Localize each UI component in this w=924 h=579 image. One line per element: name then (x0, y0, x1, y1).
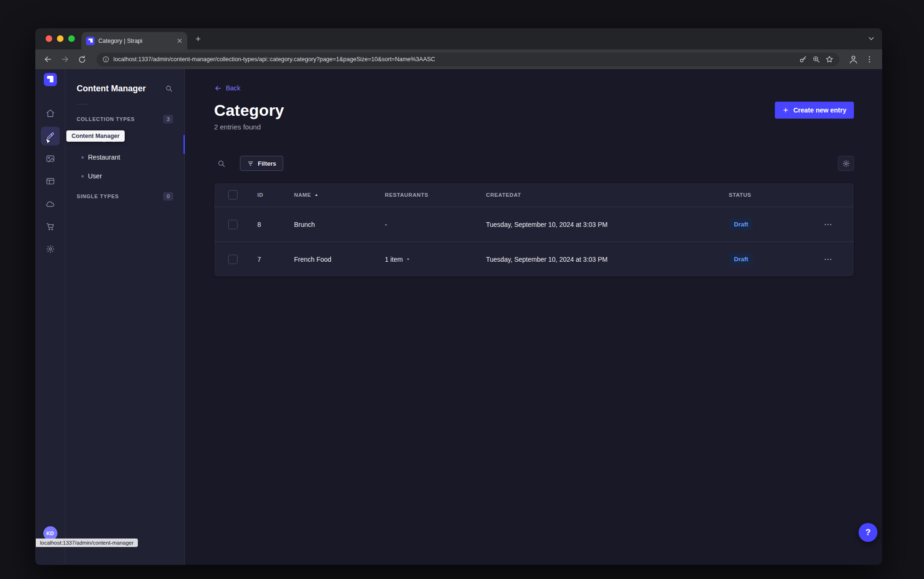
row-actions-icon[interactable] (802, 255, 854, 264)
maximize-window-button[interactable] (68, 35, 75, 42)
cell-restaurants: - (385, 221, 486, 228)
bullet-icon (81, 175, 84, 177)
entries-table: ID NAME RESTAURANTS CREATEDAT STATUS 8 B… (214, 183, 854, 276)
mouse-cursor (44, 137, 53, 146)
header-id[interactable]: ID (257, 192, 294, 198)
header-status[interactable]: STATUS (729, 192, 802, 198)
sidebar-item-label: Restaurant (88, 153, 120, 161)
sidebar-item-user[interactable]: User (65, 167, 184, 185)
bullet-icon (81, 156, 84, 159)
status-badge: Draft (729, 253, 753, 265)
single-types-count-badge: 0 (163, 192, 173, 201)
table-header-row: ID NAME RESTAURANTS CREATEDAT STATUS (214, 183, 854, 207)
subnav-divider (77, 104, 88, 105)
close-window-button[interactable] (46, 35, 52, 42)
cell-id: 7 (257, 256, 294, 263)
browser-toolbar: localhost:1337/admin/content-manager/col… (35, 49, 882, 69)
browser-window: Category | Strapi ✕ + localhost:1337/adm… (35, 28, 882, 565)
zoom-icon[interactable] (812, 55, 820, 64)
filter-icon (247, 160, 254, 167)
sidebar-item-label: User (88, 172, 102, 180)
bookmark-star-icon[interactable] (825, 55, 834, 64)
header-createdat[interactable]: CREATEDAT (486, 192, 729, 198)
traffic-lights (46, 35, 75, 42)
create-new-entry-button[interactable]: Create new entry (775, 102, 854, 119)
plus-icon (782, 107, 789, 113)
content-manager-subnav: Content Manager COLLECTION TYPES 3 Categ… (65, 69, 185, 565)
browser-tab[interactable]: Category | Strapi ✕ (81, 32, 187, 49)
tab-close-icon[interactable]: ✕ (176, 37, 183, 44)
address-bar[interactable]: localhost:1337/admin/content-manager/col… (96, 53, 839, 66)
main-content: Back Category Create new entry 2 entries… (185, 69, 882, 565)
browser-menu-icon[interactable] (862, 52, 876, 66)
cell-createdat: Tuesday, September 10, 2024 at 3:03 PM (486, 256, 729, 263)
table-row[interactable]: 7 French Food 1 item Tuesday, September … (214, 241, 854, 276)
browser-profile-icon[interactable] (847, 53, 860, 66)
select-all-checkbox[interactable] (228, 190, 238, 200)
layout-icon[interactable] (41, 172, 60, 191)
password-key-icon[interactable] (799, 55, 807, 64)
subnav-search-icon[interactable] (165, 84, 173, 93)
tab-strip: Category | Strapi ✕ + (35, 28, 882, 49)
cell-createdat: Tuesday, September 10, 2024 at 3:03 PM (486, 221, 729, 228)
home-icon[interactable] (41, 104, 60, 123)
link-status-bubble: localhost:1337/admin/content-manager (36, 539, 138, 547)
arrow-left-icon (214, 84, 222, 92)
strapi-app: KD Content Manager COLLECTION TYPES 3 Ca… (35, 69, 882, 565)
header-name[interactable]: NAME (294, 192, 385, 198)
settings-icon[interactable] (41, 240, 60, 258)
strapi-logo[interactable] (44, 73, 57, 86)
page-title: Category (214, 101, 284, 120)
help-button[interactable]: ? (859, 523, 877, 542)
tab-search-chevron-icon[interactable] (867, 34, 876, 43)
url-text[interactable]: localhost:1337/admin/content-manager/col… (113, 56, 795, 63)
tab-title: Category | Strapi (98, 38, 173, 44)
subnav-title: Content Manager (77, 84, 146, 94)
relation-count-expander[interactable]: 1 item (385, 256, 411, 263)
single-types-label: SINGLE TYPES (77, 193, 119, 199)
minimize-window-button[interactable] (57, 35, 64, 42)
chevron-down-icon (406, 257, 411, 262)
row-checkbox[interactable] (228, 220, 238, 229)
marketplace-icon[interactable] (41, 217, 60, 236)
back-link[interactable]: Back (214, 83, 854, 93)
new-tab-button[interactable]: + (192, 34, 204, 45)
content-manager-tooltip: Content Manager (66, 130, 125, 142)
forward-nav-icon[interactable] (58, 52, 72, 66)
view-settings-gear-icon[interactable] (838, 156, 854, 171)
entries-count: 2 entries found (214, 123, 854, 132)
reload-icon[interactable] (75, 52, 89, 66)
filters-button[interactable]: Filters (240, 156, 283, 171)
cloud-icon[interactable] (41, 194, 60, 213)
strapi-favicon (86, 37, 95, 45)
cell-name: French Food (294, 256, 385, 263)
cell-name: Brunch (294, 221, 385, 228)
back-nav-icon[interactable] (41, 52, 55, 66)
row-actions-icon[interactable] (802, 220, 854, 229)
search-icon[interactable] (214, 156, 228, 170)
collection-types-count-badge: 3 (163, 115, 173, 123)
status-badge: Draft (729, 218, 753, 230)
header-restaurants[interactable]: RESTAURANTS (385, 192, 486, 198)
row-checkbox[interactable] (228, 255, 238, 264)
table-row[interactable]: 8 Brunch - Tuesday, September 10, 2024 a… (214, 207, 854, 241)
cell-id: 8 (257, 221, 294, 228)
sort-asc-icon (314, 193, 319, 198)
sidebar-item-restaurant[interactable]: Restaurant (65, 148, 184, 167)
media-library-icon[interactable] (41, 149, 60, 168)
collection-types-label: COLLECTION TYPES (77, 116, 135, 122)
info-icon[interactable] (102, 56, 110, 63)
